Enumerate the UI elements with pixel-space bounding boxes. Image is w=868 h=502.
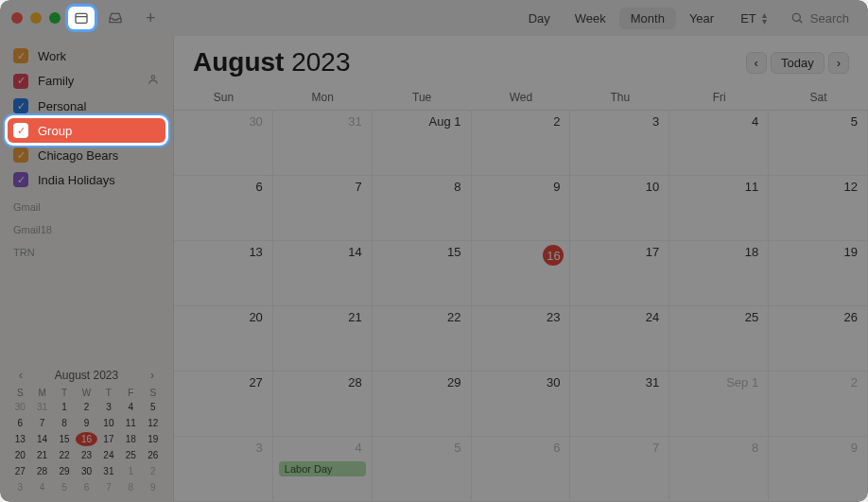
day-cell[interactable]: 2: [769, 372, 868, 437]
mini-day[interactable]: 14: [31, 432, 52, 446]
day-cell[interactable]: 27: [174, 372, 273, 437]
mini-day[interactable]: 21: [31, 448, 52, 462]
mini-prev[interactable]: ‹: [13, 367, 28, 384]
mini-day[interactable]: 3: [9, 480, 30, 494]
mini-day[interactable]: 24: [98, 448, 119, 462]
mini-day[interactable]: 29: [54, 464, 75, 478]
view-month[interactable]: Month: [619, 8, 676, 29]
day-cell[interactable]: 2: [472, 111, 571, 176]
mini-day[interactable]: 1: [120, 464, 141, 478]
checkbox-icon[interactable]: ✓: [13, 74, 28, 89]
checkbox-icon[interactable]: ✓: [13, 123, 28, 138]
mini-day[interactable]: 6: [9, 416, 30, 430]
sidebar-section[interactable]: TRN: [8, 237, 165, 260]
day-cell[interactable]: 8: [373, 176, 472, 241]
calendar-work[interactable]: ✓Work: [8, 43, 165, 68]
mini-day[interactable]: 20: [9, 448, 30, 462]
day-cell[interactable]: 16: [472, 241, 571, 306]
mini-day[interactable]: 9: [143, 480, 164, 494]
search-field[interactable]: Search: [782, 7, 857, 29]
view-year[interactable]: Year: [678, 8, 725, 29]
sidebar-section[interactable]: Gmail18: [8, 215, 165, 237]
day-cell[interactable]: 24: [570, 306, 669, 372]
day-cell[interactable]: 26: [769, 306, 868, 372]
view-week[interactable]: Week: [564, 8, 617, 29]
day-cell[interactable]: 30: [174, 111, 273, 176]
next-month[interactable]: ›: [828, 52, 849, 74]
mini-day[interactable]: 13: [9, 432, 30, 446]
calendars-toggle-icon[interactable]: [68, 7, 95, 29]
mini-next[interactable]: ›: [145, 367, 160, 384]
mini-day[interactable]: 7: [98, 480, 119, 494]
day-cell[interactable]: 8: [669, 437, 769, 502]
mini-day[interactable]: 25: [120, 448, 141, 462]
mini-day[interactable]: 5: [54, 480, 75, 494]
day-cell[interactable]: 13: [174, 241, 273, 306]
mini-day[interactable]: 17: [98, 432, 119, 446]
zoom-window[interactable]: [49, 12, 61, 24]
mini-day[interactable]: 18: [120, 432, 141, 446]
day-cell[interactable]: 4: [669, 111, 769, 176]
day-cell[interactable]: 15: [373, 241, 472, 306]
mini-day[interactable]: 6: [76, 480, 96, 494]
mini-day[interactable]: 2: [143, 464, 164, 478]
prev-month[interactable]: ‹: [746, 52, 767, 74]
day-cell[interactable]: 21: [273, 306, 373, 372]
day-cell[interactable]: 30: [472, 372, 571, 437]
day-cell[interactable]: 22: [373, 306, 472, 372]
day-cell[interactable]: 17: [570, 241, 669, 306]
mini-day[interactable]: 1: [54, 400, 75, 414]
day-cell[interactable]: 18: [669, 241, 769, 306]
day-cell[interactable]: 20: [174, 306, 273, 372]
day-cell[interactable]: 19: [769, 241, 868, 306]
sidebar-section[interactable]: Gmail: [8, 192, 165, 215]
today-button[interactable]: Today: [771, 52, 825, 74]
day-cell[interactable]: 10: [570, 176, 669, 241]
calendar-personal[interactable]: ✓Personal: [8, 94, 165, 118]
day-cell[interactable]: 3: [174, 437, 273, 502]
mini-day[interactable]: 4: [120, 400, 141, 414]
calendar-family[interactable]: ✓Family: [8, 68, 165, 94]
mini-day[interactable]: 16: [76, 432, 96, 446]
minimize-window[interactable]: [30, 12, 42, 24]
day-cell[interactable]: 31: [273, 111, 373, 176]
mini-day[interactable]: 9: [76, 416, 96, 430]
mini-day[interactable]: 2: [76, 400, 96, 414]
mini-day[interactable]: 23: [76, 448, 96, 462]
day-cell[interactable]: 9: [769, 437, 868, 502]
add-event-button[interactable]: +: [146, 9, 156, 28]
day-cell[interactable]: 7: [570, 437, 669, 502]
timezone-selector[interactable]: ET ▴▾: [733, 8, 774, 29]
day-cell[interactable]: 9: [472, 176, 571, 241]
day-cell[interactable]: 6: [174, 176, 273, 241]
mini-day[interactable]: 11: [120, 416, 141, 430]
mini-day[interactable]: 31: [31, 400, 52, 414]
checkbox-icon[interactable]: ✓: [13, 48, 28, 63]
mini-day[interactable]: 22: [54, 448, 75, 462]
day-cell[interactable]: 28: [273, 372, 373, 437]
mini-day[interactable]: 10: [98, 416, 119, 430]
calendar-chicago-bears[interactable]: ✓Chicago Bears: [8, 143, 165, 167]
mini-day[interactable]: 8: [120, 480, 141, 494]
calendar-india-holidays[interactable]: ✓India Holidays: [8, 167, 165, 192]
day-cell[interactable]: 5: [373, 437, 472, 502]
mini-day[interactable]: 4: [31, 480, 52, 494]
day-cell[interactable]: Aug 1: [373, 111, 472, 176]
mini-day[interactable]: 5: [143, 400, 164, 414]
day-cell[interactable]: 6: [472, 437, 571, 502]
mini-day[interactable]: 27: [9, 464, 30, 478]
inbox-icon[interactable]: [102, 7, 129, 29]
day-cell[interactable]: 11: [669, 176, 769, 241]
mini-day[interactable]: 12: [143, 416, 164, 430]
mini-day[interactable]: 30: [76, 464, 96, 478]
mini-day[interactable]: 26: [143, 448, 164, 462]
mini-day[interactable]: 31: [98, 464, 119, 478]
mini-day[interactable]: 7: [31, 416, 52, 430]
day-cell[interactable]: 12: [769, 176, 868, 241]
view-day[interactable]: Day: [517, 8, 562, 29]
day-cell[interactable]: 4Labor Day: [273, 437, 373, 502]
day-cell[interactable]: Sep 1: [669, 372, 769, 437]
day-cell[interactable]: 7: [273, 176, 373, 241]
checkbox-icon[interactable]: ✓: [13, 98, 28, 113]
event-chip[interactable]: Labor Day: [279, 461, 366, 476]
